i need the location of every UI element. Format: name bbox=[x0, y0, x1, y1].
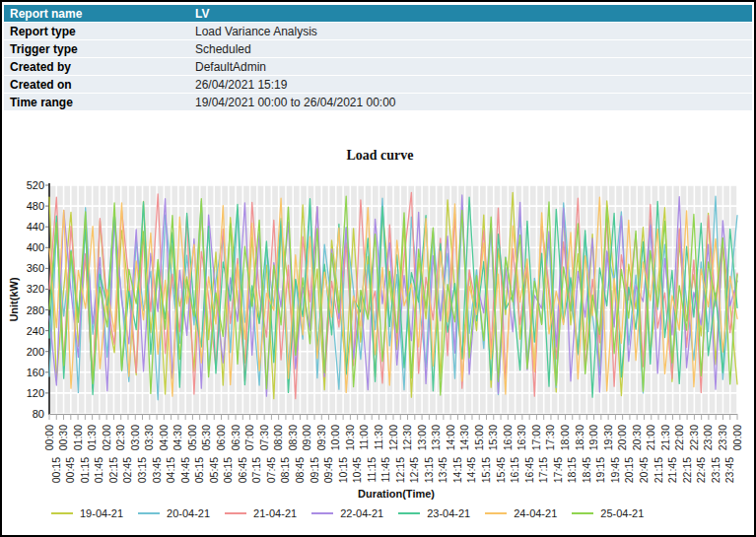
svg-text:01:30: 01:30 bbox=[86, 425, 98, 450]
svg-text:16:45: 16:45 bbox=[523, 457, 535, 483]
svg-text:17:15: 17:15 bbox=[537, 457, 549, 483]
svg-text:22:15: 22:15 bbox=[681, 457, 693, 483]
svg-text:10:30: 10:30 bbox=[344, 425, 356, 450]
svg-text:01:45: 01:45 bbox=[93, 457, 104, 483]
svg-text:04:15: 04:15 bbox=[165, 457, 176, 483]
svg-text:05:30: 05:30 bbox=[200, 425, 212, 450]
svg-text:18:30: 18:30 bbox=[574, 425, 585, 450]
svg-text:520: 520 bbox=[27, 179, 44, 191]
legend-item-19-04-21: 19-04-21 bbox=[51, 507, 123, 519]
svg-text:02:00: 02:00 bbox=[101, 425, 112, 450]
legend-label: 19-04-21 bbox=[80, 507, 123, 519]
svg-text:15:15: 15:15 bbox=[480, 457, 492, 483]
svg-text:360: 360 bbox=[27, 262, 44, 274]
svg-text:10:00: 10:00 bbox=[329, 425, 341, 450]
svg-text:23:00: 23:00 bbox=[702, 425, 714, 450]
chart-legend: 19-04-2120-04-2121-04-2122-04-2123-04-21… bbox=[51, 507, 658, 519]
svg-text:21:00: 21:00 bbox=[645, 425, 656, 450]
legend-label: 21-04-21 bbox=[253, 507, 297, 519]
svg-text:20:15: 20:15 bbox=[623, 457, 635, 483]
svg-text:03:00: 03:00 bbox=[129, 425, 141, 450]
legend-item-24-04-21: 24-04-21 bbox=[485, 507, 557, 519]
svg-text:05:15: 05:15 bbox=[193, 457, 205, 483]
svg-text:06:45: 06:45 bbox=[237, 457, 248, 483]
svg-text:16:00: 16:00 bbox=[502, 425, 514, 450]
svg-text:07:30: 07:30 bbox=[258, 425, 270, 450]
legend-label: 23-04-21 bbox=[427, 507, 470, 519]
svg-text:20:30: 20:30 bbox=[631, 425, 643, 450]
legend-item-25-04-21: 25-04-21 bbox=[572, 507, 644, 519]
svg-text:09:30: 09:30 bbox=[315, 425, 327, 450]
svg-text:07:45: 07:45 bbox=[265, 457, 277, 483]
legend-item-20-04-21: 20-04-21 bbox=[138, 507, 210, 519]
svg-text:200: 200 bbox=[27, 346, 44, 358]
svg-text:13:45: 13:45 bbox=[437, 457, 448, 483]
svg-text:00:00: 00:00 bbox=[43, 425, 55, 450]
svg-text:18:15: 18:15 bbox=[566, 457, 578, 483]
svg-text:15:30: 15:30 bbox=[487, 425, 499, 450]
svg-text:15:45: 15:45 bbox=[495, 457, 507, 483]
svg-text:15:00: 15:00 bbox=[473, 425, 485, 450]
svg-text:14:00: 14:00 bbox=[445, 425, 456, 450]
svg-text:19:15: 19:15 bbox=[594, 457, 606, 483]
svg-text:16:15: 16:15 bbox=[509, 457, 520, 483]
svg-text:03:15: 03:15 bbox=[136, 457, 148, 483]
svg-text:21:30: 21:30 bbox=[659, 425, 671, 450]
svg-text:09:00: 09:00 bbox=[301, 425, 312, 450]
svg-text:07:15: 07:15 bbox=[250, 457, 262, 483]
svg-text:18:45: 18:45 bbox=[581, 457, 592, 483]
svg-text:20:00: 20:00 bbox=[616, 425, 628, 450]
svg-text:04:00: 04:00 bbox=[158, 425, 170, 450]
svg-text:22:45: 22:45 bbox=[695, 457, 707, 483]
svg-text:23:15: 23:15 bbox=[710, 457, 722, 483]
svg-text:11:45: 11:45 bbox=[379, 457, 391, 483]
svg-text:19:00: 19:00 bbox=[587, 425, 599, 450]
svg-text:04:30: 04:30 bbox=[172, 425, 183, 450]
svg-text:05:00: 05:00 bbox=[186, 425, 198, 450]
svg-text:13:30: 13:30 bbox=[430, 425, 442, 450]
svg-text:12:00: 12:00 bbox=[387, 425, 399, 450]
legend-label: 20-04-21 bbox=[167, 507, 210, 519]
svg-text:03:45: 03:45 bbox=[151, 457, 163, 483]
svg-text:00:15: 00:15 bbox=[50, 457, 62, 483]
svg-text:320: 320 bbox=[27, 283, 44, 295]
svg-text:19:45: 19:45 bbox=[609, 457, 621, 483]
legend-swatch bbox=[311, 512, 333, 514]
legend-swatch bbox=[138, 512, 160, 514]
svg-text:14:30: 14:30 bbox=[458, 425, 470, 450]
svg-text:09:45: 09:45 bbox=[322, 457, 334, 483]
svg-text:11:00: 11:00 bbox=[358, 425, 370, 450]
svg-text:01:15: 01:15 bbox=[79, 457, 91, 483]
legend-item-22-04-21: 22-04-21 bbox=[311, 507, 383, 519]
svg-text:14:45: 14:45 bbox=[465, 457, 477, 483]
svg-text:00:30: 00:30 bbox=[57, 425, 69, 450]
svg-text:04:45: 04:45 bbox=[179, 457, 191, 483]
svg-text:19:30: 19:30 bbox=[602, 425, 614, 450]
legend-label: 22-04-21 bbox=[340, 507, 383, 519]
svg-text:22:30: 22:30 bbox=[688, 425, 700, 450]
svg-text:11:15: 11:15 bbox=[366, 457, 378, 483]
svg-text:23:30: 23:30 bbox=[717, 425, 728, 450]
svg-text:03:30: 03:30 bbox=[143, 425, 155, 450]
legend-swatch bbox=[398, 512, 420, 514]
svg-text:07:00: 07:00 bbox=[243, 425, 255, 450]
svg-text:10:45: 10:45 bbox=[351, 457, 363, 483]
svg-text:18:00: 18:00 bbox=[559, 425, 571, 450]
svg-text:11:30: 11:30 bbox=[373, 425, 384, 450]
svg-text:440: 440 bbox=[27, 221, 44, 233]
svg-text:08:45: 08:45 bbox=[294, 457, 306, 483]
svg-text:400: 400 bbox=[27, 241, 44, 253]
svg-text:13:00: 13:00 bbox=[416, 425, 428, 450]
legend-label: 25-04-21 bbox=[600, 507, 644, 519]
svg-text:08:30: 08:30 bbox=[287, 425, 299, 450]
svg-text:480: 480 bbox=[27, 200, 44, 212]
svg-text:21:45: 21:45 bbox=[666, 457, 678, 483]
svg-text:17:00: 17:00 bbox=[530, 425, 542, 450]
svg-text:06:30: 06:30 bbox=[230, 425, 241, 450]
svg-text:02:15: 02:15 bbox=[107, 457, 119, 483]
svg-text:280: 280 bbox=[27, 304, 44, 316]
svg-text:22:00: 22:00 bbox=[673, 425, 685, 450]
svg-text:05:45: 05:45 bbox=[208, 457, 220, 483]
svg-text:80: 80 bbox=[33, 408, 44, 420]
svg-text:160: 160 bbox=[27, 367, 44, 378]
